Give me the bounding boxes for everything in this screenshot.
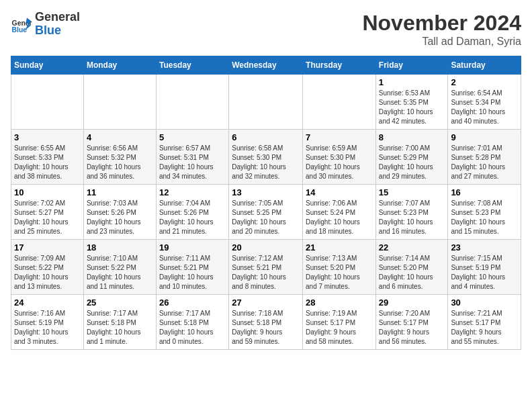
page-subtitle: Tall ad Daman, Syria <box>362 36 521 48</box>
calendar-cell <box>303 75 376 130</box>
day-number: 23 <box>451 242 518 253</box>
day-number: 1 <box>379 77 445 87</box>
calendar-cell: 6Sunrise: 6:58 AM Sunset: 5:30 PM Daylig… <box>229 130 303 185</box>
day-info: Sunrise: 7:17 AM Sunset: 5:18 PM Dayligh… <box>87 309 153 347</box>
day-info: Sunrise: 6:59 AM Sunset: 5:30 PM Dayligh… <box>306 144 373 181</box>
page-header: General Blue General Blue November 2024 … <box>11 11 521 48</box>
calendar-cell: 24Sunrise: 7:16 AM Sunset: 5:19 PM Dayli… <box>11 295 84 350</box>
calendar-cell: 2Sunrise: 6:54 AM Sunset: 5:34 PM Daylig… <box>448 75 521 130</box>
day-number: 13 <box>232 187 300 197</box>
header-thursday: Thursday <box>303 56 376 75</box>
calendar-cell <box>229 75 303 130</box>
header-sunday: Sunday <box>11 56 84 75</box>
calendar-cell: 13Sunrise: 7:05 AM Sunset: 5:25 PM Dayli… <box>229 185 303 240</box>
calendar-cell: 22Sunrise: 7:14 AM Sunset: 5:20 PM Dayli… <box>375 240 448 295</box>
calendar-cell <box>11 75 84 130</box>
day-info: Sunrise: 6:55 AM Sunset: 5:33 PM Dayligh… <box>14 144 81 181</box>
day-number: 24 <box>14 298 81 308</box>
logo: General Blue General Blue <box>11 11 80 38</box>
calendar-cell <box>156 75 228 130</box>
day-number: 7 <box>306 132 373 142</box>
day-info: Sunrise: 7:16 AM Sunset: 5:19 PM Dayligh… <box>14 309 81 347</box>
week-row-1: 1Sunrise: 6:53 AM Sunset: 5:35 PM Daylig… <box>11 75 521 130</box>
calendar-cell: 11Sunrise: 7:03 AM Sunset: 5:26 PM Dayli… <box>83 185 156 240</box>
day-number: 18 <box>87 242 153 253</box>
logo-line2: Blue <box>35 24 80 38</box>
calendar-cell: 25Sunrise: 7:17 AM Sunset: 5:18 PM Dayli… <box>83 295 156 350</box>
logo-line1: General <box>35 11 80 24</box>
day-info: Sunrise: 7:12 AM Sunset: 5:21 PM Dayligh… <box>232 254 300 291</box>
day-number: 25 <box>87 298 153 308</box>
header-monday: Monday <box>83 56 156 75</box>
calendar-cell: 27Sunrise: 7:18 AM Sunset: 5:18 PM Dayli… <box>229 295 303 350</box>
day-info: Sunrise: 7:02 AM Sunset: 5:27 PM Dayligh… <box>14 199 81 236</box>
day-info: Sunrise: 7:09 AM Sunset: 5:22 PM Dayligh… <box>14 254 81 291</box>
calendar-cell: 16Sunrise: 7:08 AM Sunset: 5:23 PM Dayli… <box>448 185 521 240</box>
week-row-3: 10Sunrise: 7:02 AM Sunset: 5:27 PM Dayli… <box>11 185 521 240</box>
calendar-table: SundayMondayTuesdayWednesdayThursdayFrid… <box>11 56 521 350</box>
calendar-cell: 7Sunrise: 6:59 AM Sunset: 5:30 PM Daylig… <box>303 130 376 185</box>
calendar-cell: 8Sunrise: 7:00 AM Sunset: 5:29 PM Daylig… <box>375 130 448 185</box>
calendar-cell: 1Sunrise: 6:53 AM Sunset: 5:35 PM Daylig… <box>375 75 448 130</box>
calendar-cell: 5Sunrise: 6:57 AM Sunset: 5:31 PM Daylig… <box>156 130 228 185</box>
day-info: Sunrise: 7:14 AM Sunset: 5:20 PM Dayligh… <box>379 254 445 291</box>
day-info: Sunrise: 7:01 AM Sunset: 5:28 PM Dayligh… <box>451 144 518 181</box>
calendar-cell: 19Sunrise: 7:11 AM Sunset: 5:21 PM Dayli… <box>156 240 228 295</box>
day-number: 12 <box>159 187 226 197</box>
day-info: Sunrise: 6:57 AM Sunset: 5:31 PM Dayligh… <box>159 144 226 181</box>
day-number: 19 <box>159 242 226 253</box>
day-number: 28 <box>306 298 373 308</box>
calendar-cell: 29Sunrise: 7:20 AM Sunset: 5:17 PM Dayli… <box>375 295 448 350</box>
calendar-cell: 10Sunrise: 7:02 AM Sunset: 5:27 PM Dayli… <box>11 185 84 240</box>
calendar-cell: 14Sunrise: 7:06 AM Sunset: 5:24 PM Dayli… <box>303 185 376 240</box>
day-number: 20 <box>232 242 300 253</box>
day-info: Sunrise: 7:04 AM Sunset: 5:26 PM Dayligh… <box>159 199 226 236</box>
calendar-header-row: SundayMondayTuesdayWednesdayThursdayFrid… <box>11 56 521 75</box>
calendar-cell: 18Sunrise: 7:10 AM Sunset: 5:22 PM Dayli… <box>83 240 156 295</box>
day-number: 4 <box>87 132 153 142</box>
day-info: Sunrise: 6:56 AM Sunset: 5:32 PM Dayligh… <box>87 144 153 181</box>
day-number: 30 <box>451 298 518 308</box>
logo-text: General Blue <box>35 11 80 38</box>
day-info: Sunrise: 7:20 AM Sunset: 5:17 PM Dayligh… <box>379 309 445 347</box>
day-number: 29 <box>379 298 445 308</box>
day-info: Sunrise: 7:15 AM Sunset: 5:19 PM Dayligh… <box>451 254 518 291</box>
day-info: Sunrise: 7:21 AM Sunset: 5:17 PM Dayligh… <box>451 309 518 347</box>
calendar-cell: 15Sunrise: 7:07 AM Sunset: 5:23 PM Dayli… <box>375 185 448 240</box>
day-number: 2 <box>451 77 518 87</box>
week-row-4: 17Sunrise: 7:09 AM Sunset: 5:22 PM Dayli… <box>11 240 521 295</box>
calendar-cell <box>83 75 156 130</box>
calendar-cell: 23Sunrise: 7:15 AM Sunset: 5:19 PM Dayli… <box>448 240 521 295</box>
day-info: Sunrise: 7:18 AM Sunset: 5:18 PM Dayligh… <box>232 309 300 347</box>
day-info: Sunrise: 7:08 AM Sunset: 5:23 PM Dayligh… <box>451 199 518 236</box>
week-row-5: 24Sunrise: 7:16 AM Sunset: 5:19 PM Dayli… <box>11 295 521 350</box>
day-info: Sunrise: 6:54 AM Sunset: 5:34 PM Dayligh… <box>451 89 518 126</box>
calendar-cell: 21Sunrise: 7:13 AM Sunset: 5:20 PM Dayli… <box>303 240 376 295</box>
calendar-cell: 3Sunrise: 6:55 AM Sunset: 5:33 PM Daylig… <box>11 130 84 185</box>
day-number: 26 <box>159 298 226 308</box>
day-info: Sunrise: 7:11 AM Sunset: 5:21 PM Dayligh… <box>159 254 226 291</box>
day-number: 21 <box>306 242 373 253</box>
day-info: Sunrise: 7:13 AM Sunset: 5:20 PM Dayligh… <box>306 254 373 291</box>
day-number: 9 <box>451 132 518 142</box>
day-number: 16 <box>451 187 518 197</box>
day-number: 22 <box>379 242 445 253</box>
header-tuesday: Tuesday <box>156 56 228 75</box>
day-number: 27 <box>232 298 300 308</box>
day-info: Sunrise: 6:53 AM Sunset: 5:35 PM Dayligh… <box>379 89 445 126</box>
day-info: Sunrise: 7:07 AM Sunset: 5:23 PM Dayligh… <box>379 199 445 236</box>
day-info: Sunrise: 7:06 AM Sunset: 5:24 PM Dayligh… <box>306 199 373 236</box>
day-info: Sunrise: 7:03 AM Sunset: 5:26 PM Dayligh… <box>87 199 153 236</box>
header-saturday: Saturday <box>448 56 521 75</box>
calendar-cell: 12Sunrise: 7:04 AM Sunset: 5:26 PM Dayli… <box>156 185 228 240</box>
day-number: 3 <box>14 132 81 142</box>
logo-icon: General Blue <box>11 13 32 35</box>
calendar-cell: 30Sunrise: 7:21 AM Sunset: 5:17 PM Dayli… <box>448 295 521 350</box>
day-number: 8 <box>379 132 445 142</box>
day-number: 5 <box>159 132 226 142</box>
day-number: 10 <box>14 187 81 197</box>
calendar-cell: 28Sunrise: 7:19 AM Sunset: 5:17 PM Dayli… <box>303 295 376 350</box>
day-number: 17 <box>14 242 81 253</box>
day-number: 15 <box>379 187 445 197</box>
page-title: November 2024 <box>362 11 521 36</box>
